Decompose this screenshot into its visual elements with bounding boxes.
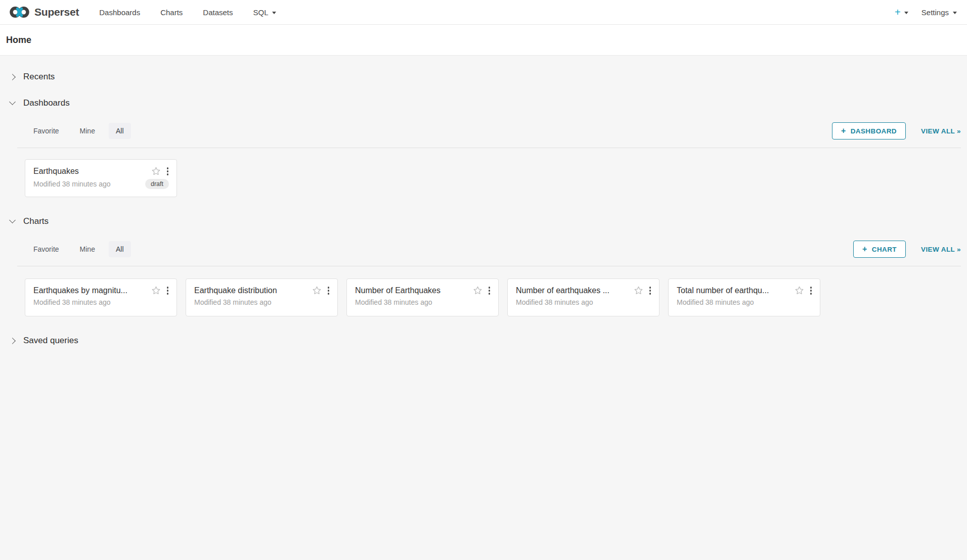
charts-card-grid: Earthquakes by magnitu... Modified 38 mi… <box>17 266 961 316</box>
dashboards-section-body: Favorite Mine All + DASHBOARD VIEW ALL »… <box>17 114 961 197</box>
chart-card-title[interactable]: Earthquake distribution <box>194 286 308 295</box>
brand-wordmark: Superset <box>34 6 79 18</box>
chart-card[interactable]: Earthquake distribution Modified 38 minu… <box>186 278 338 316</box>
new-chart-button[interactable]: + CHART <box>853 241 906 258</box>
caret-down-icon <box>272 12 276 14</box>
chart-card-title[interactable]: Earthquakes by magnitu... <box>33 286 147 295</box>
navbar: Superset Dashboards Charts Datasets SQL … <box>0 0 967 25</box>
caret-down-icon <box>904 12 908 14</box>
nav-item-datasets[interactable]: Datasets <box>193 0 243 24</box>
chart-card-title[interactable]: Total number of earthqu... <box>677 286 790 295</box>
new-dashboard-button[interactable]: + DASHBOARD <box>832 122 906 139</box>
tab-all[interactable]: All <box>109 241 131 257</box>
navbar-right: + Settings <box>895 7 959 17</box>
plus-icon: + <box>862 245 867 253</box>
card-modified-text: Modified 38 minutes ago <box>677 298 813 306</box>
nav-item-charts[interactable]: Charts <box>150 0 193 24</box>
section-dashboards-toggle[interactable]: Dashboards <box>0 97 967 109</box>
section-saved-queries-title: Saved queries <box>23 336 78 346</box>
favorite-star-icon[interactable] <box>151 166 161 176</box>
nav-item-sql-label: SQL <box>253 8 269 17</box>
chevron-down-icon <box>9 99 16 105</box>
favorite-star-icon[interactable] <box>634 286 643 295</box>
chart-card-title[interactable]: Number of Earthquakes <box>355 286 469 295</box>
section-charts-toggle[interactable]: Charts <box>0 215 967 227</box>
charts-view-all-link[interactable]: VIEW ALL » <box>921 246 961 253</box>
chart-card[interactable]: Total number of earthqu... Modified 38 m… <box>668 278 820 316</box>
favorite-star-icon[interactable] <box>312 286 322 295</box>
nav-item-sql[interactable]: SQL <box>243 0 286 24</box>
dashboards-tabs: Favorite Mine All <box>26 123 138 139</box>
favorite-star-icon[interactable] <box>473 286 482 295</box>
nav-item-datasets-label: Datasets <box>203 8 233 17</box>
tab-favorite[interactable]: Favorite <box>26 123 66 139</box>
caret-down-icon <box>953 12 957 14</box>
card-modified-text: Modified 38 minutes ago <box>516 298 652 306</box>
superset-logo-icon <box>9 5 30 19</box>
kebab-menu-icon[interactable] <box>487 286 492 296</box>
charts-tabs: Favorite Mine All <box>26 241 138 257</box>
kebab-menu-icon[interactable] <box>809 286 814 296</box>
chart-card[interactable]: Earthquakes by magnitu... Modified 38 mi… <box>25 278 177 316</box>
chevron-right-icon <box>9 74 16 80</box>
nav-item-dashboards-label: Dashboards <box>99 8 140 17</box>
chevron-right-icon <box>9 338 16 344</box>
nav-item-dashboards[interactable]: Dashboards <box>89 0 150 24</box>
page-title: Home <box>6 35 31 45</box>
new-item-menu[interactable]: + <box>895 7 908 17</box>
superset-brand[interactable]: Superset <box>9 5 79 19</box>
new-dashboard-button-label: DASHBOARD <box>851 127 897 135</box>
tab-mine[interactable]: Mine <box>73 241 102 257</box>
charts-submenu-actions: + CHART VIEW ALL » <box>853 241 961 258</box>
section-recents-title: Recents <box>23 72 55 82</box>
chart-card[interactable]: Number of earthquakes ... Modified 38 mi… <box>507 278 660 316</box>
chart-card-title[interactable]: Number of earthquakes ... <box>516 286 630 295</box>
dashboards-submenu: Favorite Mine All + DASHBOARD VIEW ALL » <box>17 114 961 148</box>
new-chart-button-label: CHART <box>872 246 897 253</box>
draft-status-badge: draft <box>145 179 169 189</box>
charts-submenu: Favorite Mine All + CHART VIEW ALL » <box>17 232 961 266</box>
section-recents-toggle[interactable]: Recents <box>0 71 967 83</box>
card-modified-text: Modified 38 minutes ago <box>33 298 170 306</box>
section-dashboards-title: Dashboards <box>23 98 70 108</box>
section-saved-queries-toggle[interactable]: Saved queries <box>0 335 967 347</box>
tab-mine[interactable]: Mine <box>73 123 102 139</box>
chart-card[interactable]: Number of Earthquakes Modified 38 minute… <box>346 278 499 316</box>
kebab-menu-icon[interactable] <box>326 286 331 296</box>
dashboards-submenu-actions: + DASHBOARD VIEW ALL » <box>832 122 961 139</box>
page-title-band: Home <box>0 25 967 56</box>
card-modified-text: Modified 38 minutes ago <box>33 180 145 188</box>
plus-icon: + <box>895 7 901 17</box>
nav-item-charts-label: Charts <box>160 8 183 17</box>
plus-icon: + <box>841 127 846 135</box>
dashboard-card[interactable]: Earthquakes Modified 38 minutes ago draf… <box>25 159 177 197</box>
kebab-menu-icon[interactable] <box>648 286 653 296</box>
tab-all[interactable]: All <box>109 123 131 139</box>
favorite-star-icon[interactable] <box>795 286 804 295</box>
settings-menu[interactable]: Settings <box>921 8 959 17</box>
settings-label: Settings <box>921 8 949 17</box>
tab-favorite[interactable]: Favorite <box>26 241 66 257</box>
favorite-star-icon[interactable] <box>151 286 161 295</box>
kebab-menu-icon[interactable] <box>165 166 170 176</box>
card-modified-text: Modified 38 minutes ago <box>194 298 331 306</box>
card-modified-text: Modified 38 minutes ago <box>355 298 492 306</box>
section-charts-title: Charts <box>23 216 49 226</box>
charts-section-body: Favorite Mine All + CHART VIEW ALL » Ear… <box>17 232 961 316</box>
nav-links: Dashboards Charts Datasets SQL <box>89 0 286 24</box>
kebab-menu-icon[interactable] <box>165 286 170 296</box>
dashboards-view-all-link[interactable]: VIEW ALL » <box>921 127 961 135</box>
dashboards-card-grid: Earthquakes Modified 38 minutes ago draf… <box>17 148 961 197</box>
chevron-down-icon <box>9 217 16 223</box>
dashboard-card-title[interactable]: Earthquakes <box>33 167 147 176</box>
